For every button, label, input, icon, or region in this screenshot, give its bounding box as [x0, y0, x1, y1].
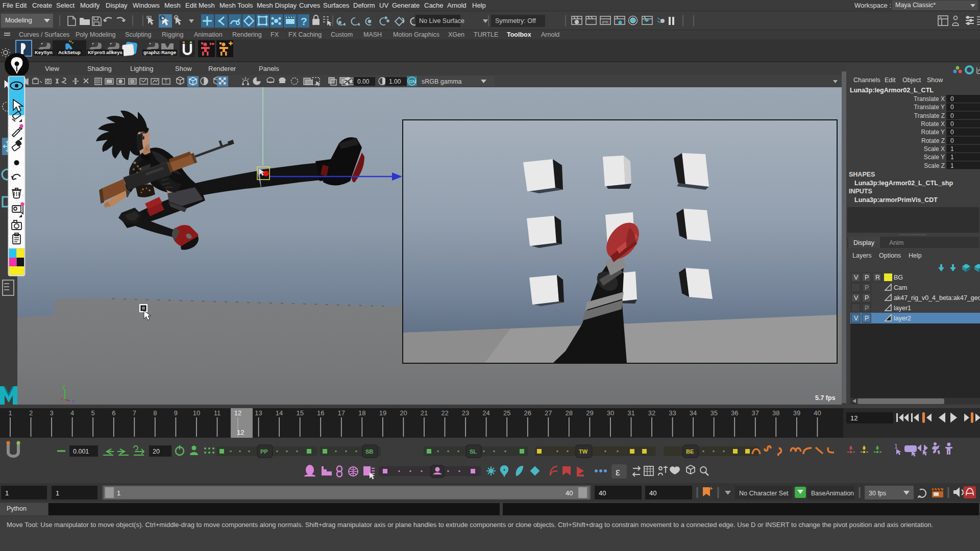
svg-text:20: 20 — [153, 448, 160, 455]
svg-text:2: 2 — [29, 409, 33, 417]
svg-text:1: 1 — [950, 145, 954, 153]
svg-text:8: 8 — [153, 409, 157, 417]
svg-text:0: 0 — [950, 137, 954, 144]
svg-text:V: V — [854, 294, 859, 302]
svg-text:+: + — [709, 485, 713, 491]
svg-text:P: P — [865, 274, 869, 281]
svg-text:12: 12 — [237, 429, 244, 436]
svg-text:V: V — [854, 274, 859, 281]
svg-text:20: 20 — [400, 409, 407, 417]
svg-text:0: 0 — [950, 112, 954, 119]
svg-text:ε: ε — [616, 466, 620, 478]
svg-text:Translate X: Translate X — [914, 95, 945, 103]
svg-text:Scale Y: Scale Y — [924, 154, 945, 161]
svg-text:P: P — [865, 284, 869, 291]
svg-text:24: 24 — [482, 409, 489, 417]
svg-text:Options: Options — [879, 252, 901, 259]
svg-text:0: 0 — [950, 120, 954, 128]
svg-text:?: ? — [301, 15, 307, 27]
svg-text:layer2: layer2 — [894, 315, 911, 322]
svg-text:Layers: Layers — [852, 252, 872, 259]
svg-text:Help: Help — [909, 252, 922, 259]
svg-text:1: 1 — [894, 443, 898, 450]
svg-text:5.7 fps: 5.7 fps — [815, 394, 836, 402]
svg-text:1: 1 — [8, 409, 12, 417]
svg-text:11: 11 — [214, 409, 221, 417]
svg-text:BaseAnimation: BaseAnimation — [811, 490, 854, 497]
svg-text:Luna3p:armorPrimVis_CDT: Luna3p:armorPrimVis_CDT — [854, 196, 938, 204]
svg-text:Rotate Z: Rotate Z — [921, 137, 945, 144]
svg-text:36: 36 — [731, 409, 738, 417]
svg-text:PP: PP — [260, 448, 268, 455]
svg-text:TW: TW — [579, 448, 588, 455]
svg-text:5: 5 — [91, 409, 95, 417]
svg-text:10: 10 — [193, 409, 200, 417]
svg-text:P: P — [865, 294, 869, 302]
svg-text:21: 21 — [421, 409, 428, 417]
svg-text:T: T — [164, 79, 167, 84]
svg-text:19: 19 — [379, 409, 386, 417]
svg-text:1: 1 — [117, 489, 120, 497]
svg-text:R: R — [875, 274, 880, 281]
svg-text:Cam: Cam — [894, 284, 907, 291]
svg-text:1: 1 — [950, 154, 954, 161]
svg-text:7: 7 — [133, 409, 136, 417]
svg-text:28: 28 — [566, 409, 573, 417]
svg-text:40: 40 — [599, 489, 606, 497]
svg-text:Scale X: Scale X — [924, 145, 945, 153]
svg-text:No Live Surface: No Live Surface — [419, 17, 464, 24]
svg-text:0.00: 0.00 — [357, 78, 370, 85]
svg-text:ak47_rig_v0_4_beta:ak47_geo: ak47_rig_v0_4_beta:ak47_geo — [894, 294, 980, 302]
svg-text:z: z — [72, 398, 75, 404]
svg-text:IPR: IPR — [602, 20, 609, 24]
svg-text:0: 0 — [950, 95, 954, 103]
svg-text:INPUTS: INPUTS — [849, 188, 872, 195]
svg-text:1: 1 — [56, 489, 59, 497]
svg-text:Symmetry: Off: Symmetry: Off — [495, 17, 536, 24]
svg-text:Anim: Anim — [889, 239, 903, 246]
svg-text:1: 1 — [950, 162, 954, 169]
svg-text:Translate Y: Translate Y — [914, 104, 945, 111]
svg-text:15: 15 — [296, 409, 303, 417]
svg-text:GN: GN — [409, 79, 416, 84]
svg-text:Rotate Y: Rotate Y — [921, 129, 945, 136]
svg-text:4: 4 — [70, 409, 74, 417]
svg-text:Luna3p:legArmor02_L_CTL: Luna3p:legArmor02_L_CTL — [850, 87, 934, 94]
svg-text:18: 18 — [358, 409, 365, 417]
svg-text:13: 13 — [255, 409, 262, 417]
svg-text:P: P — [865, 315, 869, 322]
svg-text:12: 12 — [850, 414, 857, 422]
svg-text:40: 40 — [649, 489, 656, 497]
svg-text:SL: SL — [470, 448, 477, 455]
svg-text:sRGB gamma: sRGB gamma — [422, 78, 462, 85]
svg-text:40: 40 — [814, 409, 821, 417]
svg-text:14: 14 — [276, 409, 283, 417]
svg-text:Display: Display — [853, 239, 875, 246]
svg-text:23: 23 — [462, 409, 469, 417]
svg-text:16: 16 — [317, 409, 324, 417]
svg-text:35: 35 — [710, 409, 717, 417]
svg-text:P: P — [865, 305, 869, 312]
svg-text:0: 0 — [950, 129, 954, 136]
svg-text:31: 31 — [627, 409, 634, 417]
svg-text:Rotate X: Rotate X — [921, 120, 945, 128]
svg-text:30 fps: 30 fps — [869, 490, 886, 497]
svg-text:Scale Z: Scale Z — [924, 162, 945, 169]
svg-text:BG: BG — [894, 274, 903, 281]
svg-text:30: 30 — [607, 409, 614, 417]
svg-text:22: 22 — [441, 409, 448, 417]
svg-text:25: 25 — [503, 409, 510, 417]
svg-text:SB: SB — [365, 448, 373, 455]
svg-text:39: 39 — [793, 409, 800, 417]
svg-text:32: 32 — [648, 409, 655, 417]
svg-text:29: 29 — [586, 409, 593, 417]
svg-text:Object: Object — [902, 77, 921, 84]
svg-text:3: 3 — [50, 409, 53, 417]
svg-text:27: 27 — [545, 409, 552, 417]
svg-text:0.001: 0.001 — [73, 448, 89, 455]
svg-text:y: y — [62, 383, 65, 389]
svg-text:12: 12 — [234, 409, 241, 417]
svg-text:V: V — [854, 315, 859, 322]
svg-text:BE: BE — [686, 448, 694, 455]
svg-text:x: x — [61, 396, 63, 402]
